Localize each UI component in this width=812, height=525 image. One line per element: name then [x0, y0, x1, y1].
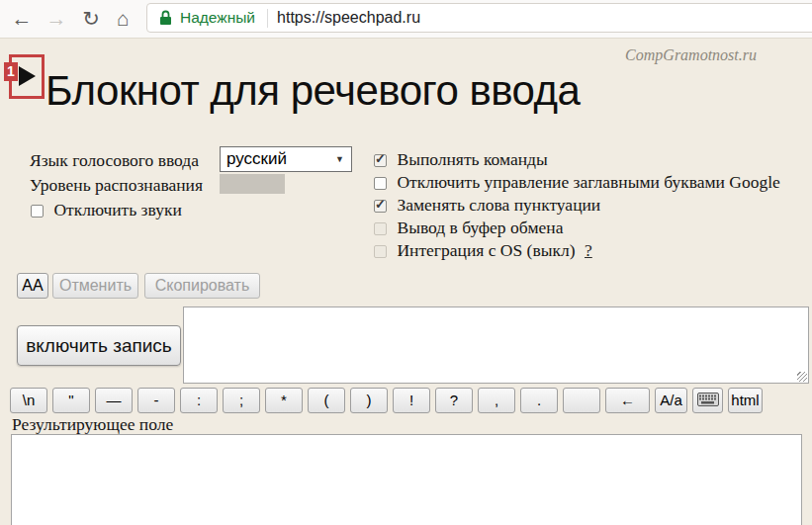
cancel-button[interactable]: Отменить — [52, 273, 138, 299]
question-button[interactable]: ? — [435, 388, 473, 413]
lock-icon — [159, 10, 172, 26]
comma-button[interactable]: , — [478, 388, 515, 413]
resize-handle-icon[interactable] — [797, 372, 807, 382]
option-row: Вывод в буфер обмена — [374, 218, 563, 240]
watermark: CompGramotnost.ru — [625, 46, 757, 64]
recognition-level-label: Уровень распознавания — [30, 175, 203, 196]
forward-icon: → — [43, 5, 70, 33]
page-title: Блокнот для речевого ввода — [45, 67, 580, 115]
close-paren-button[interactable]: ) — [350, 388, 388, 413]
back-icon[interactable]: ← — [8, 5, 36, 33]
open-paren-button[interactable]: ( — [308, 388, 345, 413]
result-field-label: Результирующее поле — [12, 414, 173, 435]
execute-commands-checkbox[interactable] — [374, 154, 387, 167]
security-label: Надежный — [180, 9, 255, 27]
option-label: Вывод в буфер обмена — [397, 218, 563, 237]
language-select[interactable]: русский ▼ — [220, 146, 352, 172]
space-button[interactable] — [563, 388, 600, 413]
keyboard-button[interactable] — [692, 388, 723, 413]
result-textarea[interactable] — [11, 434, 802, 525]
backspace-button[interactable]: ← — [605, 388, 650, 413]
newline-button[interactable]: \n — [10, 388, 47, 413]
period-button[interactable]: . — [520, 388, 558, 413]
language-label: Язык голосового ввода — [30, 150, 199, 171]
mute-sounds-checkbox[interactable] — [31, 205, 44, 218]
address-bar[interactable]: Надежный https://speechpad.ru — [146, 3, 812, 33]
home-icon[interactable]: ⌂ — [109, 5, 136, 33]
option-label: Интеграция с OS (выкл) — [397, 240, 575, 260]
annotation-badge: 1 — [4, 62, 18, 81]
option-row: Заменять слова пунктуации — [374, 195, 600, 218]
play-icon — [19, 66, 36, 86]
quote-button[interactable]: " — [52, 388, 90, 413]
browser-window: ← → ↻ ⌂ Надежный https://speechpad.ru Co… — [0, 0, 812, 525]
speech-buffer-textarea[interactable] — [183, 306, 809, 384]
exclamation-button[interactable]: ! — [393, 388, 430, 413]
recognition-level-meter — [220, 174, 285, 194]
chevron-down-icon: ▼ — [335, 154, 344, 164]
start-recording-button[interactable]: включить запись — [17, 325, 181, 366]
font-size-button[interactable]: АА — [17, 273, 48, 299]
mute-sounds-row: Отключить звуки — [31, 200, 182, 220]
mute-sounds-label: Отключить звуки — [53, 200, 181, 219]
hyphen-button[interactable]: - — [137, 388, 175, 413]
replace-punctuation-words-checkbox[interactable] — [374, 200, 387, 213]
language-select-value: русский — [226, 149, 335, 169]
clipboard-output-checkbox[interactable] — [374, 222, 387, 235]
os-integration-help-link[interactable]: ? — [585, 240, 592, 260]
option-row: Отключить управление заглавными буквами … — [374, 172, 780, 195]
address-separator — [267, 9, 268, 28]
disable-google-caps-checkbox[interactable] — [374, 177, 387, 190]
browser-toolbar: ← → ↻ ⌂ Надежный https://speechpad.ru — [0, 0, 812, 39]
reload-icon[interactable]: ↻ — [77, 5, 105, 33]
punctuation-toolbar: \n " — - : ; * ( ) ! ? , . ← A/a — [10, 388, 763, 413]
annotation-marker: 1 — [9, 54, 45, 99]
colon-button[interactable]: : — [180, 388, 218, 413]
option-row: Выполнять команды — [374, 149, 548, 172]
dash-button[interactable]: — — [95, 388, 133, 413]
option-label: Отключить управление заглавными буквами … — [397, 172, 779, 192]
copy-button[interactable]: Скопировать — [144, 273, 260, 299]
os-integration-checkbox[interactable] — [374, 245, 387, 258]
asterisk-button[interactable]: * — [265, 388, 303, 413]
option-row: Интеграция с OS (выкл) ? — [374, 240, 592, 263]
option-label: Выполнять команды — [397, 149, 547, 169]
url-text[interactable]: https://speechpad.ru — [277, 9, 420, 27]
option-label: Заменять слова пунктуации — [397, 195, 600, 215]
keyboard-icon — [697, 393, 719, 406]
html-button[interactable]: html — [728, 388, 763, 413]
case-toggle-button[interactable]: A/a — [655, 388, 687, 413]
semicolon-button[interactable]: ; — [223, 388, 260, 413]
